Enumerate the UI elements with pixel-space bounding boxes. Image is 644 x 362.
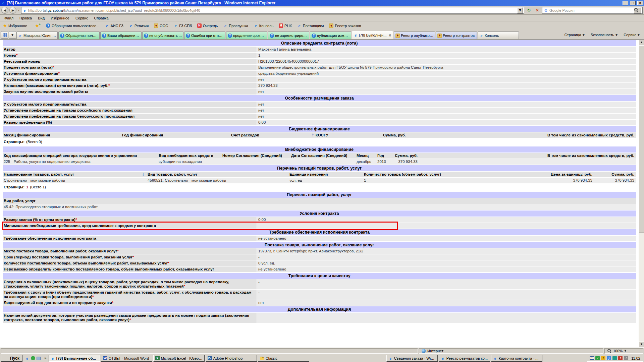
field-row: Реестровый номерП20130372200145400000000… — [3, 59, 636, 64]
browser-tab[interactable]: ?Ошибка при отпра... — [184, 32, 225, 39]
search-button[interactable] — [634, 7, 641, 13]
browser-tab[interactable]: ?продление срока ... — [226, 32, 267, 39]
menu-item[interactable]: Сервис — [72, 15, 91, 21]
quick-launch-ie-icon[interactable]: e — [25, 356, 30, 360]
taskbar-window-button[interactable]: Classic — [258, 355, 309, 362]
browser-tab[interactable]: ?не опубликовать ... — [142, 32, 183, 39]
history-dropdown-icon[interactable]: ▾ — [17, 9, 20, 12]
q-icon: ? — [228, 34, 232, 38]
toolbar-button-label: Безопасность — [591, 33, 614, 37]
minimize-button[interactable]: _ — [623, 1, 628, 5]
favorite-link[interactable]: eАИС ГЗ — [102, 22, 126, 29]
maximize-button[interactable]: □ — [630, 1, 636, 5]
forward-button[interactable]: ▶ — [9, 7, 16, 14]
close-tab-icon[interactable]: × — [389, 34, 391, 37]
quick-tabs-button[interactable] — [1, 31, 8, 39]
browser-tab[interactable]: eКонсоль — [478, 32, 519, 39]
favorite-link[interactable]: eКонсоль — [251, 22, 276, 29]
taskbar-window-button[interactable]: eСведения заказа - Win... — [386, 355, 438, 362]
messenger-icon[interactable]: J — [607, 356, 611, 360]
field-row: Место поставки товара, выполнения работ,… — [3, 248, 636, 254]
menu-item[interactable]: Файл — [1, 15, 16, 21]
search-box[interactable]: G Google Россия — [542, 7, 643, 14]
browser-tab[interactable]: ♦Реестр контрактов — [436, 32, 477, 39]
field-label: Место поставки товара, выполнения работ,… — [3, 248, 257, 254]
toolbar-button[interactable]: Страница▼ — [562, 32, 587, 38]
favorite-link[interactable]: НОчередь — [195, 22, 221, 29]
toolbar-button[interactable]: Сервис▼ — [621, 32, 642, 38]
cell-text: усл. ед — [289, 178, 302, 183]
scroll-down-button[interactable]: ▼ — [639, 342, 644, 347]
sort-descending-icon[interactable]: ↓ — [142, 172, 145, 177]
zoom-dropdown-icon[interactable]: ▼ — [624, 349, 626, 352]
browser-tab[interactable]: ♦Реестр опубликов... — [394, 32, 435, 39]
refresh-button[interactable]: ↻ — [525, 7, 533, 14]
cell-text: 225 - Работы, услуги по содержанию имуще… — [4, 160, 91, 164]
menu-item[interactable]: Правка — [16, 15, 35, 21]
vertical-scrollbar[interactable]: ▲ ▼ — [638, 40, 644, 347]
menu-item[interactable]: Избранное — [48, 15, 72, 21]
taskbar-window-button[interactable]: eРеестр результатов ко... — [439, 355, 490, 362]
browser-tab[interactable]: ?не зарегистриров... — [268, 32, 309, 39]
favorite-link[interactable]: ♦ООС — [151, 22, 171, 29]
tab-label: публикация измен... — [317, 34, 350, 38]
scrollbar-thumb[interactable] — [639, 45, 644, 233]
taskbar-window-button[interactable]: XMicrosoft Excel - Юзеры ... — [153, 355, 205, 362]
taskbar-window-button[interactable]: WОТВЕТ - Microsoft Word — [101, 355, 152, 362]
field-value: - — [257, 290, 636, 300]
task-status-icon[interactable]: ! — [618, 356, 623, 360]
field-row: Установлена преференция на товары россий… — [3, 108, 636, 113]
zoom-control[interactable]: 100% ▼ — [604, 348, 643, 354]
favorite-link[interactable]: НРНК — [276, 22, 294, 29]
browser-tab[interactable]: ?Ваши обращения |... — [100, 32, 142, 39]
favorite-link[interactable]: eРевизия — [126, 22, 151, 29]
required-asterisk: * — [112, 301, 113, 305]
section-header: Поставка товара, выполнение работ, оказа… — [3, 242, 636, 248]
toolbar-button[interactable]: Безопасность▼ — [588, 32, 620, 38]
cell-text: 1 — [364, 178, 366, 183]
network-icon[interactable] — [612, 356, 617, 360]
taskbar-window-button[interactable]: eКарточка контракта - ... — [491, 355, 542, 362]
table-header-row: Наименование товаров, работ, услуг↓Вид т… — [3, 172, 636, 177]
favorite-link[interactable]: eПрослушка — [220, 22, 251, 29]
start-button[interactable]: Пуск — [1, 355, 22, 362]
cell-text: Вид внебюджетных средств — [159, 154, 213, 158]
stop-button[interactable]: ✕ — [534, 7, 541, 14]
field-label: Размер аванса (% от цены контракта)* — [3, 217, 257, 223]
quick-launch-app-icon[interactable] — [31, 356, 35, 360]
favorite-link[interactable]: eГЗ СПб — [171, 22, 195, 29]
menu-item[interactable]: Справка — [91, 15, 112, 21]
browser-tab[interactable]: e[78] Выполнен...× — [352, 31, 393, 39]
favorite-link[interactable]: eПоставщики — [294, 22, 327, 29]
pages-row: Страницы:(Всего 0) — [3, 138, 636, 146]
taskbar-window-button[interactable]: e[78] Выполнение об... — [49, 355, 100, 362]
favorites-button[interactable]: ★ Избранное — [0, 22, 30, 29]
taskbar-window-button[interactable]: PsAdobe Photoshop — [206, 355, 257, 362]
update-shield-icon[interactable]: ? — [601, 356, 605, 360]
favorite-link[interactable]: ?Обращения пользователе... — [43, 22, 102, 29]
taskbar-window-label: Сведения заказа - Win... — [394, 356, 436, 360]
antivirus-icon[interactable]: ✓ — [595, 356, 600, 360]
field-label: Установлена преференция на товары россий… — [3, 108, 257, 113]
language-indicator[interactable]: RU — [590, 356, 594, 360]
favorite-link[interactable]: ♦Реестр заказов — [326, 22, 364, 29]
volume-icon[interactable]: ♪ — [624, 356, 628, 360]
close-button[interactable]: × — [637, 1, 643, 5]
address-input[interactable]: e http://portal.gz-spb.ru/fx/ccam/ru.nau… — [21, 7, 524, 14]
browser-tab[interactable]: eМакарова Юлия В... — [16, 32, 58, 39]
scroll-up-button[interactable]: ▲ — [639, 40, 644, 45]
field-value: нет — [257, 300, 636, 306]
taskbar-windows: e[78] Выполнение об...WОТВЕТ - Microsoft… — [49, 355, 542, 362]
add-favorite-button[interactable]: ★+ — [32, 22, 43, 29]
back-button[interactable]: ◀ — [1, 7, 8, 14]
sort-ascending-icon[interactable]: ↑ — [311, 133, 315, 137]
show-desktop-icon[interactable] — [37, 357, 41, 360]
page-number[interactable]: 1 — [26, 185, 28, 189]
quick-launch-overflow[interactable]: » — [43, 356, 48, 360]
field-row: Размер преференции (%)0,00 — [3, 120, 636, 125]
menu-item[interactable]: Вид — [35, 15, 48, 21]
browser-tab[interactable]: ?Обращения польз... — [58, 32, 100, 39]
browser-tab[interactable]: ?публикация измен... — [310, 32, 351, 39]
address-dropdown-button[interactable]: ▼ — [517, 7, 523, 13]
tab-list-button[interactable]: ▼ — [9, 31, 16, 39]
